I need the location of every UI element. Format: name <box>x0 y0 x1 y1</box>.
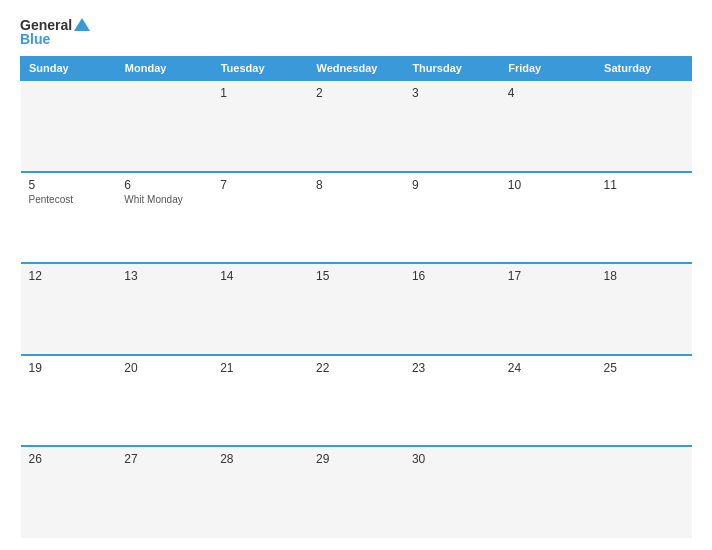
weekday-header-wednesday: Wednesday <box>308 57 404 81</box>
day-cell: 2 <box>308 80 404 172</box>
day-cell: 20 <box>116 355 212 447</box>
day-cell: 19 <box>21 355 117 447</box>
logo: General Blue <box>20 18 90 46</box>
day-cell: 30 <box>404 446 500 538</box>
calendar-header: SundayMondayTuesdayWednesdayThursdayFrid… <box>21 57 692 81</box>
weekday-header-monday: Monday <box>116 57 212 81</box>
day-number: 23 <box>412 361 492 375</box>
day-number: 5 <box>29 178 109 192</box>
day-cell: 4 <box>500 80 596 172</box>
day-cell: 8 <box>308 172 404 264</box>
weekday-header-friday: Friday <box>500 57 596 81</box>
calendar-body: 12345Pentecost6Whit Monday78910111213141… <box>21 80 692 538</box>
day-number: 10 <box>508 178 588 192</box>
day-number: 24 <box>508 361 588 375</box>
day-cell: 25 <box>596 355 692 447</box>
day-cell: 11 <box>596 172 692 264</box>
day-number: 28 <box>220 452 300 466</box>
day-number: 9 <box>412 178 492 192</box>
day-cell: 28 <box>212 446 308 538</box>
day-number: 30 <box>412 452 492 466</box>
day-cell: 10 <box>500 172 596 264</box>
day-cell: 12 <box>21 263 117 355</box>
day-number: 14 <box>220 269 300 283</box>
day-cell: 15 <box>308 263 404 355</box>
day-number: 1 <box>220 86 300 100</box>
day-number: 8 <box>316 178 396 192</box>
day-cell: 18 <box>596 263 692 355</box>
day-number: 27 <box>124 452 204 466</box>
day-number: 12 <box>29 269 109 283</box>
week-row-4: 19202122232425 <box>21 355 692 447</box>
day-cell: 14 <box>212 263 308 355</box>
day-number: 22 <box>316 361 396 375</box>
weekday-header-saturday: Saturday <box>596 57 692 81</box>
day-cell: 16 <box>404 263 500 355</box>
day-number: 26 <box>29 452 109 466</box>
day-cell <box>500 446 596 538</box>
day-cell: 26 <box>21 446 117 538</box>
day-cell: 24 <box>500 355 596 447</box>
day-number: 19 <box>29 361 109 375</box>
day-number: 6 <box>124 178 204 192</box>
header: General Blue <box>20 18 692 46</box>
event-label: Whit Monday <box>124 194 204 205</box>
week-row-5: 2627282930 <box>21 446 692 538</box>
day-cell: 23 <box>404 355 500 447</box>
day-cell: 5Pentecost <box>21 172 117 264</box>
day-number: 18 <box>604 269 684 283</box>
calendar-table: SundayMondayTuesdayWednesdayThursdayFrid… <box>20 56 692 538</box>
day-number: 3 <box>412 86 492 100</box>
week-row-2: 5Pentecost6Whit Monday7891011 <box>21 172 692 264</box>
day-cell: 9 <box>404 172 500 264</box>
day-cell: 7 <box>212 172 308 264</box>
day-cell <box>596 446 692 538</box>
day-number: 2 <box>316 86 396 100</box>
logo-blue-text: Blue <box>20 32 50 46</box>
weekday-header-sunday: Sunday <box>21 57 117 81</box>
day-cell: 29 <box>308 446 404 538</box>
day-number: 25 <box>604 361 684 375</box>
day-cell: 21 <box>212 355 308 447</box>
logo-general-text: General <box>20 18 72 32</box>
day-cell: 13 <box>116 263 212 355</box>
day-number: 16 <box>412 269 492 283</box>
day-number: 29 <box>316 452 396 466</box>
day-cell <box>596 80 692 172</box>
day-cell: 17 <box>500 263 596 355</box>
day-cell: 6Whit Monday <box>116 172 212 264</box>
weekday-header-tuesday: Tuesday <box>212 57 308 81</box>
day-cell: 1 <box>212 80 308 172</box>
day-number: 15 <box>316 269 396 283</box>
logo-triangle-icon <box>74 18 90 31</box>
week-row-3: 12131415161718 <box>21 263 692 355</box>
day-number: 20 <box>124 361 204 375</box>
day-cell: 22 <box>308 355 404 447</box>
day-number: 4 <box>508 86 588 100</box>
day-number: 21 <box>220 361 300 375</box>
calendar-page: General Blue SundayMondayTuesdayWednesda… <box>0 0 712 550</box>
weekday-row: SundayMondayTuesdayWednesdayThursdayFrid… <box>21 57 692 81</box>
week-row-1: 1234 <box>21 80 692 172</box>
day-cell <box>21 80 117 172</box>
weekday-header-thursday: Thursday <box>404 57 500 81</box>
day-cell: 27 <box>116 446 212 538</box>
day-number: 13 <box>124 269 204 283</box>
day-number: 17 <box>508 269 588 283</box>
day-cell <box>116 80 212 172</box>
day-number: 11 <box>604 178 684 192</box>
day-cell: 3 <box>404 80 500 172</box>
day-number: 7 <box>220 178 300 192</box>
event-label: Pentecost <box>29 194 109 205</box>
